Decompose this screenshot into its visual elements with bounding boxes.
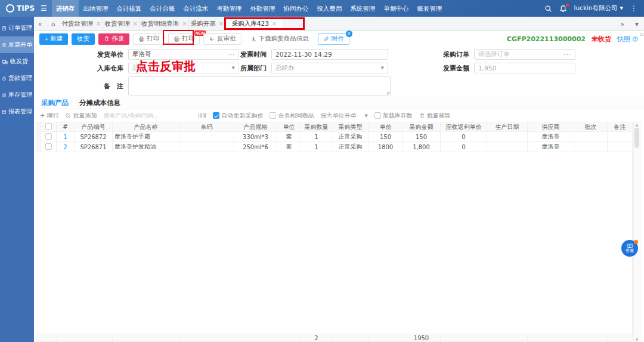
product-search-input[interactable]: [103, 112, 191, 119]
add-row-button[interactable]: + 增行: [40, 112, 58, 120]
sidebar-item-orders[interactable]: 订单管理: [0, 20, 34, 36]
menu-item-ledger[interactable]: 会计台账: [145, 0, 179, 17]
cell-name[interactable]: 摩洛哥护手霜: [113, 132, 179, 142]
cell-spec[interactable]: 330ml*3: [234, 132, 277, 142]
receive-button[interactable]: 收货: [72, 33, 95, 45]
cell-type[interactable]: 正常采购: [332, 142, 369, 152]
hamburger-icon[interactable]: ☰: [41, 4, 47, 13]
cell-supplier[interactable]: 摩洛哥: [528, 142, 574, 152]
cell-batch[interactable]: [574, 132, 608, 142]
checkbox-checked-icon[interactable]: [213, 112, 219, 119]
cell-code[interactable]: SP26871: [75, 142, 113, 152]
tab-cost-allocation[interactable]: 分摊成本信息: [79, 98, 120, 107]
picker-more-icon[interactable]: ···: [564, 51, 571, 58]
company-switcher[interactable]: luckin有限公司 ▼: [574, 4, 623, 13]
download-goods-info-button[interactable]: 下载购货商品信息: [245, 33, 314, 45]
close-icon[interactable]: ×: [272, 20, 277, 27]
close-icon[interactable]: ×: [219, 20, 224, 27]
tab-receiving-detail-query[interactable]: 收货明细查询 ×: [140, 17, 189, 30]
menu-item-expense[interactable]: 投入费用: [312, 0, 346, 17]
merge-same-goods-checkbox[interactable]: 合并相同商品: [270, 112, 314, 120]
sidebar-item-reports[interactable]: 报表管理: [0, 103, 34, 120]
cell-qty[interactable]: 1: [301, 142, 332, 152]
menu-item-flow[interactable]: 会计流水: [179, 0, 212, 17]
row-checkbox[interactable]: [45, 143, 52, 150]
menu-item-cashier[interactable]: 出纳管理: [79, 0, 112, 17]
row-index[interactable]: 2: [57, 142, 75, 152]
cell-prod-date[interactable]: [487, 132, 528, 142]
cell-price[interactable]: 150: [369, 132, 402, 142]
cell-spec[interactable]: 250ml*6: [234, 142, 277, 152]
tab-receiving-mgmt[interactable]: 收货管理 ×: [103, 17, 140, 30]
menu-item-jinxiaocun[interactable]: 进销存: [52, 0, 79, 17]
menu-item-system[interactable]: 系统管理: [346, 0, 379, 17]
cell-remark[interactable]: [608, 142, 633, 152]
menu-item-field[interactable]: 外勤管理: [246, 0, 279, 17]
sidebar-item-payments[interactable]: 货款管理: [0, 70, 34, 87]
row-checkbox[interactable]: [45, 133, 52, 140]
load-stock-checkbox[interactable]: 加载库存数: [374, 112, 413, 120]
search-icon[interactable]: [544, 5, 552, 13]
checkbox-icon[interactable]: [374, 112, 381, 119]
app-logo[interactable]: TIPS: [6, 4, 35, 13]
unit-mode-select[interactable]: 按大单位开单 ▼: [320, 112, 367, 120]
batch-add-button[interactable]: 批量添加: [65, 112, 97, 120]
cell-unit[interactable]: 套: [277, 132, 301, 142]
department-select[interactable]: 总经办 ▼: [271, 63, 388, 73]
cell-barcode[interactable]: [179, 142, 234, 152]
cell-supplier[interactable]: 摩洛哥: [528, 132, 574, 142]
cell-type[interactable]: 正常采购: [332, 132, 369, 142]
sidebar-item-inventory[interactable]: 库存管理: [0, 87, 34, 103]
cell-code[interactable]: SP26872: [75, 132, 113, 142]
resize-grip[interactable]: [386, 91, 389, 94]
cell-price[interactable]: 1800: [369, 142, 402, 152]
menu-item-accounting[interactable]: 会计核算: [112, 0, 145, 17]
close-icon[interactable]: ×: [133, 20, 138, 27]
vertical-scrollbar[interactable]: ▲ ▼: [633, 122, 640, 342]
new-button[interactable]: + 新建: [39, 33, 68, 45]
attachment-button[interactable]: 附件 0: [318, 33, 349, 45]
table-row[interactable]: 2 SP26871 摩洛哥护发精油 250ml*6 套 1 正常采购 1800 …: [36, 142, 633, 152]
cell-rebate[interactable]: 0: [441, 132, 487, 142]
scroll-tabs-right-icon[interactable]: »: [615, 17, 630, 30]
select-all-checkbox[interactable]: [45, 123, 52, 130]
print-button[interactable]: 打印: [133, 33, 165, 45]
menu-item-doccenter[interactable]: 单据中心: [379, 0, 413, 17]
batch-remove-button[interactable]: 批量移除: [419, 112, 451, 120]
snapshot-button[interactable]: 快照: [617, 35, 639, 44]
cell-amount[interactable]: 150: [402, 132, 441, 142]
sidebar-item-invoicing[interactable]: 发票开单: [0, 36, 34, 53]
menu-item-accountset[interactable]: 账套管理: [413, 0, 446, 17]
cell-amount[interactable]: 1,800: [402, 142, 441, 152]
scroll-up-icon[interactable]: ▲: [636, 122, 639, 127]
notification-bell-icon[interactable]: [559, 5, 567, 13]
cell-qty[interactable]: 1: [301, 132, 332, 142]
remark-textarea[interactable]: [128, 76, 391, 95]
cell-remark[interactable]: [608, 132, 633, 142]
cell-unit[interactable]: 套: [277, 142, 301, 152]
unapprove-button[interactable]: 反审批: [203, 33, 242, 45]
collapse-tabs-icon[interactable]: «: [34, 17, 46, 30]
checkbox-icon[interactable]: [270, 112, 276, 119]
menu-item-collab[interactable]: 协同办公: [279, 0, 312, 17]
tab-payment-mgmt[interactable]: 付货款管理 ×: [60, 17, 103, 30]
row-index[interactable]: 1: [57, 132, 75, 142]
tab-purchase-products[interactable]: 采购产品: [41, 98, 69, 107]
void-button[interactable]: 作废: [98, 33, 129, 45]
menu-item-attendance[interactable]: 考勤管理: [212, 0, 246, 17]
scrollbar-thumb[interactable]: [634, 128, 639, 148]
barcode-icon[interactable]: [198, 112, 206, 119]
table-row[interactable]: 1 SP26872 摩洛哥护手霜 330ml*3 套 1 正常采购 150 15…: [36, 132, 633, 142]
cell-name[interactable]: 摩洛哥护发精油: [113, 142, 179, 152]
cell-rebate[interactable]: 0: [441, 142, 487, 152]
scroll-down-icon[interactable]: ▼: [636, 337, 639, 341]
tab-purchase-invoicing[interactable]: 采购开票 ×: [189, 17, 226, 30]
sidebar-item-shipping[interactable]: 收发货: [0, 53, 34, 70]
cell-prod-date[interactable]: [487, 142, 528, 152]
close-icon[interactable]: ×: [96, 20, 101, 27]
cell-barcode[interactable]: [179, 132, 234, 142]
auto-update-price-checkbox[interactable]: 自动更新采购价: [213, 112, 263, 120]
purchase-order-field[interactable]: 请选择订单 ···: [474, 49, 575, 60]
home-icon[interactable]: ⌂: [46, 17, 60, 30]
cell-batch[interactable]: [574, 142, 608, 152]
